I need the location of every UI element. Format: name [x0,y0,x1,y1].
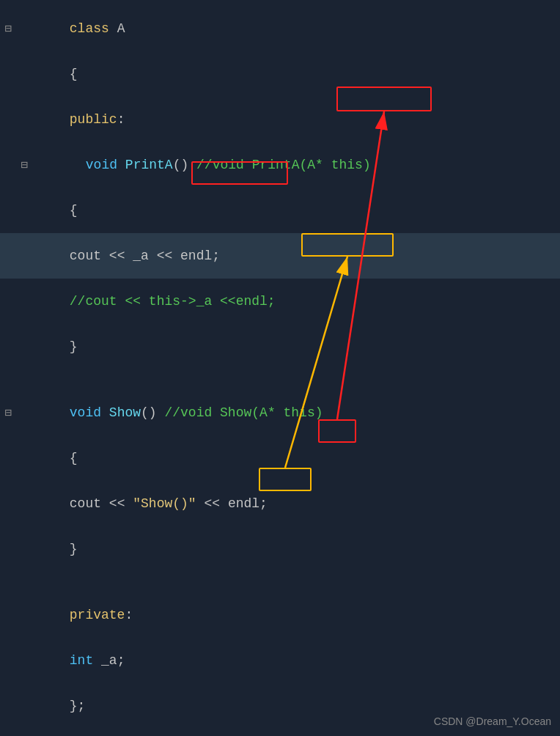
gutter-1: ⊟ [0,21,16,36]
code-line-8: } [0,324,560,369]
line-content-2: { [16,52,560,96]
line-content-15: private: [16,593,560,637]
code-line-10: ⊟ void Show() //void Show(A* this) [0,390,560,435]
line-content-11: { [16,436,560,480]
watermark: CSDN @Dream_Y.Ocean [434,715,551,727]
line-content-6: cout << _a << endl; [16,234,560,278]
code-editor: ⊟ class A { public: ⊟ void PrintA() //vo… [0,0,560,736]
code-line-18 [0,729,560,736]
line-content-14 [16,575,560,589]
code-line-13: } [0,526,560,572]
gutter-10: ⊟ [0,405,16,420]
code-line-5: { [0,188,560,233]
code-line-1: ⊟ class A [0,6,560,51]
code-line-12: cout << "Show()" << endl; [0,481,560,526]
gutter-4: ⊟ [16,158,32,172]
code-line-4: ⊟ void PrintA() //void PrintA(A* this) [0,142,560,188]
line-content-3: public: [16,97,560,141]
line-content-16: int _a; [16,639,560,682]
line-content-7: //cout << this->_a <<endl; [16,279,560,323]
line-content-8: } [16,325,560,369]
line-content-9 [16,372,560,387]
code-line-9 [0,369,560,390]
line-content-12: cout << "Show()" << endl; [16,482,560,526]
code-line-14 [0,572,560,592]
code-line-15: private: [0,592,560,638]
code-line-3: public: [0,97,560,142]
line-content-13: } [16,527,560,571]
code-line-2: { [0,51,560,97]
line-content-10: void Show() //void Show(A* this) [16,391,560,435]
line-content-1: class A [16,7,560,51]
line-content-5: { [16,188,560,232]
line-content-18 [16,732,560,736]
code-line-16: int _a; [0,638,560,683]
code-line-7: //cout << this->_a <<endl; [0,279,560,324]
line-content-4: void PrintA() //void PrintA(A* this) [32,143,560,187]
code-line-11: { [0,435,560,481]
code-line-6: cout << _a << endl; [0,233,560,279]
